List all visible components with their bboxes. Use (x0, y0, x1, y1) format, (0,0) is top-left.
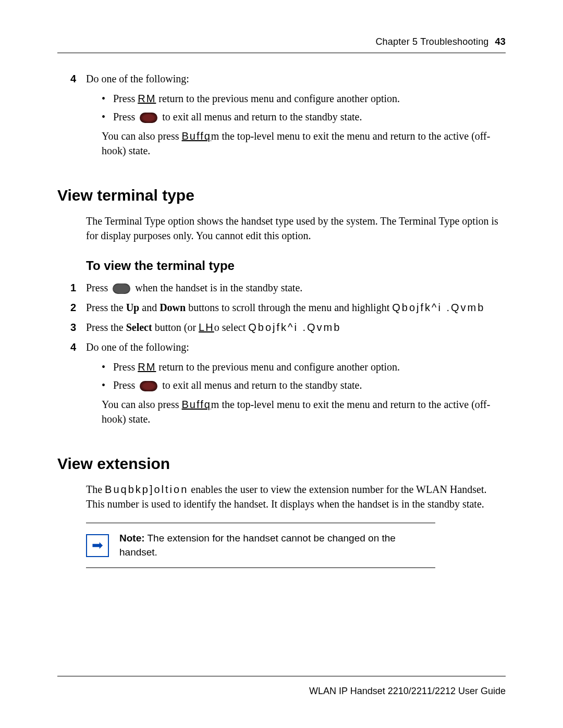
footer: WLAN IP Handset 2210/2211/2212 User Guid… (57, 676, 506, 697)
subheading-to-view-terminal-type: To view the terminal type (86, 258, 506, 273)
chapter-label: Chapter 5 Troubleshooting (375, 36, 488, 47)
bullet-dot: • (102, 378, 113, 393)
softkey-buffq: Buffq (182, 130, 211, 142)
page-number: 43 (495, 36, 506, 47)
bullet-item: • Press to exit all menus and return to … (102, 378, 506, 393)
note-rule-bottom (86, 567, 435, 568)
bullet-item: • Press RM return to the previous menu a… (102, 360, 506, 375)
body: 4 Do one of the following: • Press RM re… (57, 71, 506, 568)
end-button-icon (140, 113, 157, 123)
page: Chapter 5 Troubleshooting 43 4 Do one of… (0, 0, 563, 728)
terminal-type-intro: The Terminal Type option shows the hands… (86, 214, 506, 243)
bullet-dot: • (102, 360, 113, 375)
tt-step-1: 1 Press when the handset is in the stand… (86, 280, 506, 295)
top-bullets: • Press RM return to the previous menu a… (102, 91, 506, 125)
softkey-lh: LH (199, 322, 214, 333)
tt-step-3: 3 Press the Select button (or LHo select… (86, 320, 506, 335)
tt-step-4: 4 Do one of the following: (86, 340, 506, 354)
step-text: Press the Up and Down buttons to scroll … (86, 300, 485, 315)
note-row: ➡ Note: The extension for the handset ca… (86, 523, 435, 567)
tt-step-2: 2 Press the Up and Down buttons to scrol… (86, 300, 506, 315)
softkey-buffq: Buffq (182, 399, 211, 410)
note-block: ➡ Note: The extension for the handset ca… (86, 523, 435, 568)
step-number: 3 (70, 320, 86, 335)
step-text: Press the Select button (or LHo select Q… (86, 320, 341, 335)
nav-button-icon (113, 283, 130, 294)
heading-view-terminal-type: View terminal type (57, 187, 506, 204)
softkey-rm: RM (138, 361, 156, 373)
top-paragraph: You can also press Buffqm the top-level … (102, 129, 506, 158)
step-number: 4 (70, 340, 86, 354)
step-text: Do one of the following: (86, 71, 189, 86)
menu-terminal-type: Qbojfk^i .Qvmb (392, 302, 485, 313)
top-step-4: 4 Do one of the following: (86, 71, 506, 86)
footer-text: WLAN IP Handset 2210/2211/2212 User Guid… (309, 686, 506, 696)
bullet-text: Press RM return to the previous menu and… (113, 91, 400, 106)
note-text: Note: The extension for the handset cann… (119, 532, 435, 559)
menu-terminal-type: Qbojfk^i .Qvmb (248, 322, 341, 333)
step-text: Press when the handset is in the standby… (86, 280, 302, 295)
step-number: 1 (70, 280, 86, 295)
heading-view-extension: View extension (57, 455, 506, 473)
bullet-item: • Press RM return to the previous menu a… (102, 91, 506, 106)
bullet-dot: • (102, 91, 113, 106)
step-number: 2 (70, 300, 86, 315)
menu-extension: Buqbkp]oltion (105, 484, 188, 495)
bullet-item: • Press to exit all menus and return to … (102, 109, 506, 125)
tt-bullets: • Press RM return to the previous menu a… (102, 360, 506, 393)
extension-intro: The Buqbkp]oltion enables the user to vi… (86, 482, 506, 511)
bullet-text: Press RM return to the previous menu and… (113, 360, 400, 375)
running-header: Chapter 5 Troubleshooting 43 (57, 36, 506, 53)
step-text: Do one of the following: (86, 340, 189, 354)
bullet-text: Press to exit all menus and return to th… (113, 109, 362, 125)
step-number: 4 (70, 71, 86, 86)
note-arrow-icon: ➡ (86, 534, 109, 557)
bullet-dot: • (102, 109, 113, 125)
end-button-icon (140, 381, 157, 391)
softkey-rm: RM (138, 93, 156, 104)
bullet-text: Press to exit all menus and return to th… (113, 378, 362, 393)
tt-paragraph: You can also press Buffqm the top-level … (102, 397, 506, 426)
